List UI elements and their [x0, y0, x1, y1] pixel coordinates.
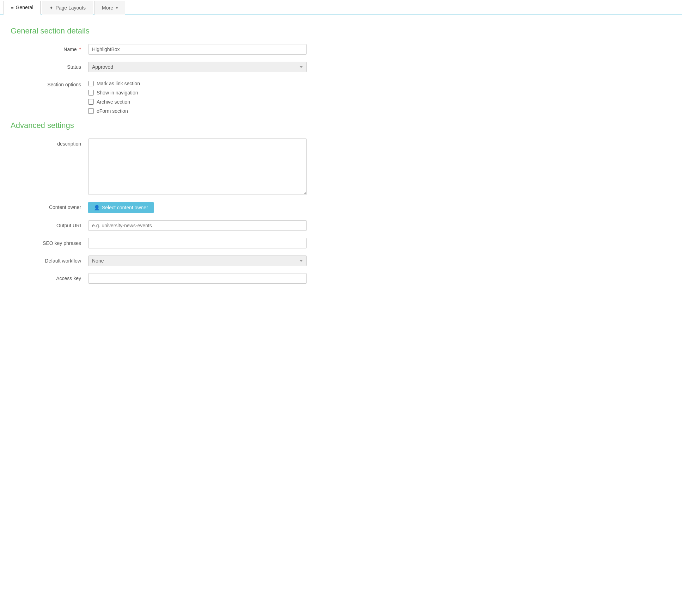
checkbox-mark-link[interactable]: Mark as link section: [88, 81, 140, 86]
output-uri-group: Output URI: [11, 220, 671, 231]
access-key-label: Access key: [11, 273, 88, 281]
checkbox-eform[interactable]: eForm section: [88, 108, 140, 114]
output-uri-input[interactable]: [88, 220, 307, 231]
name-label: Name *: [11, 44, 88, 52]
select-content-owner-label: Select content owner: [102, 205, 148, 210]
checkbox-mark-link-label: Mark as link section: [97, 81, 140, 86]
default-workflow-select[interactable]: None Option 1 Option 2: [88, 255, 307, 266]
general-icon: ≡: [11, 5, 14, 10]
name-field-group: Name *: [11, 44, 671, 55]
seo-input[interactable]: [88, 238, 307, 248]
seo-field-group: SEO key phrases: [11, 238, 671, 248]
chevron-down-icon: ▾: [116, 6, 118, 10]
name-input[interactable]: [88, 44, 307, 55]
default-workflow-group: Default workflow None Option 1 Option 2: [11, 255, 671, 266]
required-indicator: *: [79, 47, 81, 52]
tab-more-label: More: [102, 5, 113, 11]
status-field-group: Status Approved Draft Pending: [11, 62, 671, 72]
tab-general[interactable]: ≡ General: [4, 1, 41, 14]
section-options-group: Section options Mark as link section Sho…: [11, 79, 671, 114]
access-key-input[interactable]: [88, 273, 307, 284]
output-uri-label: Output URI: [11, 220, 88, 228]
tab-general-label: General: [16, 5, 34, 10]
checkbox-show-nav[interactable]: Show in navigation: [88, 90, 140, 96]
section-options-label: Section options: [11, 79, 88, 87]
general-section-heading: General section details: [11, 26, 671, 36]
tab-page-layouts[interactable]: ✦ Page Layouts: [42, 1, 93, 14]
content-owner-label: Content owner: [11, 202, 88, 210]
description-label: description: [11, 138, 88, 147]
checkbox-mark-link-input[interactable]: [88, 81, 94, 86]
tab-page-layouts-label: Page Layouts: [55, 5, 86, 11]
default-workflow-label: Default workflow: [11, 255, 88, 264]
status-select[interactable]: Approved Draft Pending: [88, 62, 307, 72]
checkboxes-container: Mark as link section Show in navigation …: [88, 79, 140, 114]
description-textarea[interactable]: [88, 138, 307, 195]
checkbox-show-nav-input[interactable]: [88, 90, 94, 96]
checkbox-archive-label: Archive section: [97, 99, 130, 105]
checkbox-archive-input[interactable]: [88, 99, 94, 105]
tab-more[interactable]: More ▾: [95, 1, 125, 14]
advanced-section-heading: Advanced settings: [11, 121, 671, 130]
seo-label: SEO key phrases: [11, 238, 88, 246]
page-layouts-icon: ✦: [49, 5, 53, 11]
main-content: General section details Name * Status Ap…: [0, 14, 682, 299]
checkbox-show-nav-label: Show in navigation: [97, 90, 138, 96]
advanced-section: Advanced settings description Content ow…: [11, 121, 671, 284]
checkbox-archive[interactable]: Archive section: [88, 99, 140, 105]
checkbox-eform-label: eForm section: [97, 108, 128, 114]
checkbox-eform-input[interactable]: [88, 108, 94, 114]
tab-bar: ≡ General ✦ Page Layouts More ▾: [0, 0, 682, 14]
access-key-group: Access key: [11, 273, 671, 284]
select-content-owner-button[interactable]: 👤 Select content owner: [88, 202, 154, 213]
content-owner-group: Content owner 👤 Select content owner: [11, 202, 671, 213]
user-icon: 👤: [94, 205, 100, 210]
description-field-group: description: [11, 138, 671, 195]
status-label: Status: [11, 62, 88, 70]
